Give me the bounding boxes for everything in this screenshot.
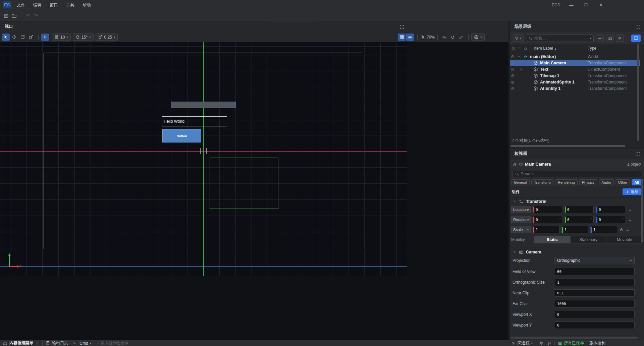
tab-other[interactable]: Other [615, 179, 630, 185]
tab-physics[interactable]: Physics [579, 179, 597, 185]
field-of-view-input[interactable] [554, 268, 635, 275]
snap-toggle-button[interactable] [41, 34, 49, 41]
move-tool-button[interactable] [10, 34, 18, 41]
tab-rendering[interactable]: Rendering [555, 179, 578, 185]
menu-help[interactable]: 帮助 [78, 0, 95, 10]
link-axes-icon[interactable]: ↔ [626, 227, 630, 232]
branch-icon[interactable] [547, 341, 551, 345]
rotation-dropdown[interactable]: Rotation▾ [511, 216, 531, 223]
network-status-icon[interactable] [539, 341, 544, 346]
viewport-y-input[interactable] [554, 322, 635, 329]
inspector-search-input[interactable] [521, 172, 639, 176]
tab-audio[interactable]: Audio [599, 179, 614, 185]
save-button[interactable] [2, 12, 10, 20]
fullscreen-button[interactable] [457, 34, 465, 41]
hierarchy-search[interactable]: ▾ [526, 35, 594, 42]
stats-button[interactable] [440, 34, 448, 41]
tree-row-main-camera[interactable]: ◎ Main Camera TransformComponent [510, 60, 640, 66]
close-button[interactable]: ✕ [597, 1, 604, 9]
uniform-scale-lock-icon[interactable] [619, 227, 624, 232]
undo-button[interactable]: ↶ [24, 12, 32, 20]
maximize-button[interactable]: ❐ [582, 1, 590, 9]
select-tool-button[interactable] [2, 34, 10, 41]
inspector-expand-icon[interactable] [636, 151, 641, 156]
world-dropdown[interactable]: ▾ [471, 34, 485, 41]
tree-row-text[interactable]: ◎ Text UITextComponent [510, 66, 640, 72]
scene-canvas[interactable]: Hello World Button x [0, 42, 508, 340]
tree-row-animatedsprite[interactable]: ◎ AnimatedSprite 1 TransformComponent [510, 79, 640, 85]
eye-column-icon[interactable]: ◎ [512, 46, 515, 50]
camera-section-header[interactable]: Camera [510, 248, 644, 256]
output-log-button[interactable]: 输出日志 [46, 340, 68, 346]
menu-file[interactable]: 文件 [13, 0, 29, 10]
cmd-dropdown[interactable]: >_ Cmd ▾ [73, 341, 91, 346]
open-folder-button[interactable] [10, 12, 18, 20]
scale-snap-dropdown[interactable]: 0.25▾ [96, 34, 118, 41]
content-drawer-button[interactable]: 内容侧滑菜单 [3, 340, 39, 346]
hierarchy-search-input[interactable] [534, 36, 588, 41]
eye-icon[interactable]: ◎ [511, 80, 517, 84]
scale-tool-button[interactable] [27, 34, 35, 41]
hierarchy-expand-icon[interactable] [636, 24, 641, 29]
location-z-field[interactable] [596, 206, 625, 213]
rotate-tool-button[interactable] [19, 34, 26, 41]
scale-dropdown[interactable]: Scale▾ [511, 226, 531, 233]
ui-bar-object[interactable] [171, 102, 236, 108]
transform-section-header[interactable]: Transform [510, 197, 644, 205]
eye-icon[interactable]: ◎ [511, 86, 517, 91]
reset-view-button[interactable]: ↺ [449, 34, 457, 41]
projection-dropdown[interactable]: Orthographic ▾ [554, 257, 635, 264]
button-object[interactable]: Button [162, 129, 201, 142]
mobility-static[interactable]: Static [534, 236, 571, 243]
save-status[interactable]: 所有已保存 [558, 340, 584, 346]
add-entity-button[interactable] [596, 35, 604, 42]
menu-tools[interactable]: 工具 [62, 0, 78, 10]
zoom-level[interactable]: 79% [420, 35, 435, 40]
eye-icon[interactable]: ◎ [511, 61, 517, 65]
grid-snap-dropdown[interactable]: 10▾ [52, 34, 71, 41]
link-axes-icon[interactable]: ↔ [628, 217, 632, 222]
tab-transform[interactable]: Transform [531, 179, 553, 185]
filter-dropdown[interactable]: ▾ [512, 35, 524, 42]
mobility-movable[interactable]: Movable [606, 236, 642, 243]
menu-edit[interactable]: 编辑 [29, 0, 46, 10]
star-column-icon[interactable]: ☆ [518, 46, 521, 50]
view-mode-button[interactable] [631, 35, 641, 42]
lock-icon[interactable] [513, 162, 517, 166]
eye-icon[interactable]: ◎ [511, 54, 517, 59]
rotation-y-field[interactable]: ° [564, 216, 594, 223]
eye-icon[interactable]: ◎ [511, 67, 517, 71]
viewport-expand-icon[interactable] [400, 24, 404, 29]
tree-row-tilemap[interactable]: ◎ Tilemap 1 TransformComponent [510, 72, 640, 79]
inspector-vscrollbar[interactable] [641, 179, 643, 242]
add-folder-button[interactable] [606, 35, 614, 42]
location-dropdown[interactable]: Location▾ [511, 206, 531, 213]
add-component-button[interactable]: 添加 [623, 188, 641, 195]
text-object[interactable]: Hello World [162, 116, 227, 126]
grid-toggle-button[interactable] [398, 34, 406, 41]
eye-icon[interactable]: ◎ [511, 73, 517, 78]
chevron-right-icon[interactable] [519, 67, 525, 72]
version-control-button[interactable]: 版本控制 [589, 340, 605, 346]
chevron-down-icon[interactable] [517, 54, 523, 59]
tree-row-main[interactable]: ◎ main (Editor) World [510, 53, 640, 60]
selection-gizmo[interactable] [200, 148, 207, 154]
link-axes-icon[interactable]: ↔ [628, 207, 632, 212]
item-label-column[interactable]: Item Label ▲ [534, 46, 556, 51]
inspector-search[interactable] [513, 171, 641, 177]
minimize-button[interactable]: — [568, 1, 575, 9]
location-y-field[interactable] [564, 206, 594, 213]
lock-column-icon[interactable] [524, 46, 528, 51]
near-clip-input[interactable] [554, 289, 635, 297]
tab-all[interactable]: All [632, 179, 642, 185]
inspector-hscrollbar[interactable] [511, 337, 638, 339]
settings-button[interactable]: ⚙ [616, 35, 624, 42]
redo-button[interactable]: ↷ [32, 12, 40, 20]
rotation-z-field[interactable]: ° [596, 216, 625, 223]
orthographic-size-input[interactable] [554, 279, 635, 286]
rotate-snap-dropdown[interactable]: 15°▾ [73, 34, 94, 41]
tab-general[interactable]: General [511, 179, 530, 185]
viewport-x-input[interactable] [554, 311, 635, 318]
tree-row-ai-entity[interactable]: ◎ AI Entity 1 TransformComponent [510, 85, 640, 92]
gear-icon[interactable]: ⚙ [519, 162, 523, 167]
